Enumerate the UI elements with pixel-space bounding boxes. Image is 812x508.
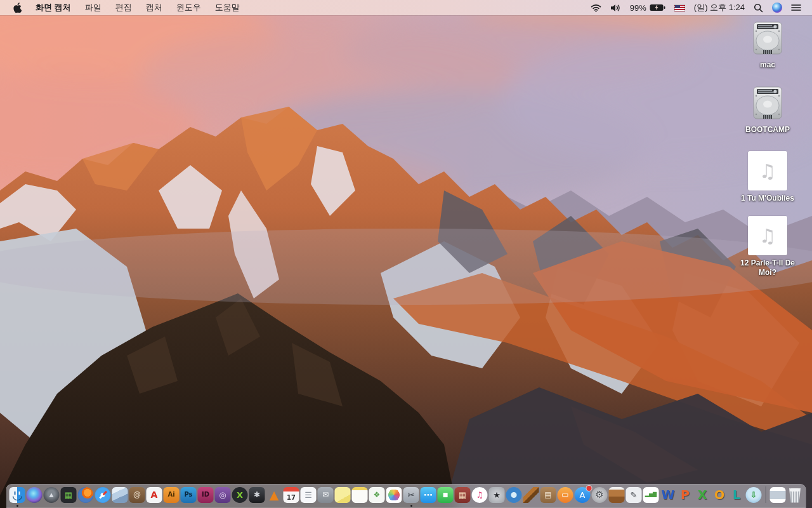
dock-item-imovie[interactable]: ★ — [489, 487, 505, 503]
dock-app-icon: Ps — [181, 487, 197, 503]
menu-window[interactable]: 윈도우 — [169, 0, 208, 15]
dock-app-icon: ❖ — [369, 487, 385, 503]
dock-item-scrapbook-kit-app[interactable]: ▤ — [540, 487, 556, 503]
dock-app-icon: ✉ — [318, 487, 334, 503]
dock-app-icon: ▦ — [61, 487, 77, 503]
dock-app-icon — [78, 487, 94, 503]
dock-item-grab-screen-capture[interactable]: ✂ — [403, 487, 419, 503]
clock-menu[interactable]: (일) 오후 1:24 — [690, 0, 749, 15]
dock-app-icon: Ai — [164, 487, 180, 503]
menu-file[interactable]: 파일 — [78, 0, 108, 15]
dock-item-firefox[interactable] — [78, 487, 94, 503]
desktop-icon-bootcamp[interactable]: BOOTCAMP — [745, 86, 790, 135]
dock-item-photo-booth[interactable]: ▦ — [455, 487, 471, 503]
dock-item-app-store[interactable]: A — [575, 487, 591, 503]
desktop-icon-parle-t-il[interactable]: ♫ 12 Parle-T-Il De Moi? — [732, 216, 803, 277]
dock-item-photoshop[interactable]: Ps — [181, 487, 197, 503]
dock-item-mission-control[interactable]: ▦ — [61, 487, 77, 503]
dock-app-icon: ✂ — [403, 487, 419, 503]
search-icon — [754, 3, 763, 13]
dock-app-icon — [95, 487, 111, 503]
notification-badge — [587, 486, 592, 491]
dock-item-download-manager-app[interactable]: ⇩ — [746, 487, 762, 503]
dock-item-pages[interactable]: ✎ — [626, 487, 642, 503]
dock-app-icon: ✱ — [249, 487, 265, 503]
dock-app-icon: W — [660, 487, 676, 503]
dock-apps: ▲ ▦ @ A Ai Ps ID — [10, 487, 762, 503]
dock-item-garageband[interactable] — [523, 487, 539, 503]
dock-item-itunes[interactable]: ♫ — [472, 487, 488, 503]
dock-item-acrobat[interactable]: A — [147, 487, 162, 503]
dock-item-lync[interactable]: L — [729, 487, 745, 503]
dock-item-keynote[interactable] — [609, 487, 625, 503]
dock-app-icon: @ — [129, 487, 145, 503]
dock-item-excel[interactable]: X — [695, 487, 710, 503]
menu-help[interactable]: 도움말 — [208, 0, 247, 15]
battery-charging-icon — [650, 4, 665, 11]
dock-item-outlook[interactable]: O — [712, 487, 728, 503]
dock-item-finder[interactable] — [10, 487, 25, 503]
dock-item-notes[interactable] — [352, 487, 368, 503]
dock-app-icon: ◎ — [215, 487, 231, 503]
notification-center-menu[interactable] — [787, 0, 806, 15]
dock-item-recent-document[interactable] — [770, 487, 786, 503]
desktop-icon-tu-moublies[interactable]: ♫ 1 Tu M'Oublies — [741, 151, 794, 203]
battery-menu[interactable]: 99% — [625, 0, 670, 15]
dock-item-toast[interactable]: ◎ — [215, 487, 231, 503]
dock-app-icon: P — [678, 487, 693, 503]
desktop-icon-label: mac — [760, 60, 775, 70]
dock-app-icon: ID — [198, 487, 214, 503]
dock-item-reminders[interactable]: ☰ — [301, 487, 317, 503]
dock-item-illustrator[interactable]: Ai — [164, 487, 180, 503]
dock-item-siri[interactable] — [27, 487, 43, 503]
apple-menu[interactable] — [6, 0, 29, 15]
dock-item-launchpad[interactable]: ▲ — [44, 487, 60, 503]
dock-app-icon — [10, 487, 25, 503]
dock-item-disk-utility-app[interactable]: ✱ — [249, 487, 265, 503]
hard-drive-icon — [749, 86, 786, 122]
dock-item-contacts[interactable]: @ — [129, 487, 145, 503]
dock-item-dvd-studio-app[interactable] — [506, 487, 522, 503]
dock-item-powerpoint[interactable]: P — [678, 487, 693, 503]
dock-item-ibooks[interactable]: ▭ — [558, 487, 573, 503]
dock-item-calendar[interactable]: 17 — [284, 487, 299, 503]
desktop-icon-label: BOOTCAMP — [745, 125, 790, 135]
dock-item-vlc[interactable]: ▲ — [266, 487, 282, 503]
dock-item-photos[interactable] — [386, 487, 402, 503]
dock-item-word[interactable]: W — [660, 487, 676, 503]
volume-menu[interactable] — [606, 0, 625, 15]
dock-divider — [766, 486, 766, 503]
dock-item-x-image-app[interactable]: X — [232, 487, 248, 503]
siri-menu[interactable] — [768, 0, 787, 15]
audio-file-icon: ♫ — [748, 151, 787, 190]
dock-app-icon: ⇩ — [746, 487, 762, 503]
dock-app-icon — [112, 487, 128, 503]
dock-app-icon: ▂▅▇ — [643, 487, 659, 503]
dock-item-document-manager-app[interactable]: ❖ — [369, 487, 385, 503]
dock-item-trash[interactable] — [787, 487, 803, 503]
dock-item-facetime[interactable]: ■ — [438, 487, 454, 503]
dock-app-icon — [787, 487, 803, 503]
menu-capture[interactable]: 캡처 — [139, 0, 169, 15]
wifi-menu[interactable] — [586, 0, 606, 15]
spotlight-menu[interactable] — [749, 0, 768, 15]
active-app-menu[interactable]: 화면 캡처 — [29, 0, 78, 15]
list-icon — [791, 4, 801, 11]
desktop-icon-label: 1 Tu M'Oublies — [741, 194, 794, 203]
wifi-icon — [591, 4, 601, 12]
dock-app-icon: 17 — [284, 487, 299, 503]
dock-item-mail-archive-app[interactable]: ✉ — [318, 487, 334, 503]
dock-app-icon: O — [712, 487, 728, 503]
dock-item-system-preferences[interactable]: ⚙ — [592, 487, 608, 503]
desktop-icon-mac[interactable]: mac — [749, 22, 786, 70]
dock-item-stickies[interactable] — [335, 487, 351, 503]
hard-drive-icon — [749, 22, 786, 57]
dock-item-numbers[interactable]: ▂▅▇ — [643, 487, 659, 503]
menu-edit[interactable]: 편집 — [108, 0, 139, 15]
dock-item-indesign[interactable]: ID — [198, 487, 214, 503]
input-source-menu[interactable] — [670, 0, 690, 15]
dock-item-preview[interactable] — [112, 487, 128, 503]
dock-item-messages[interactable]: ⋯ — [421, 487, 436, 503]
dock-item-safari[interactable] — [95, 487, 111, 503]
music-note-icon: ♫ — [759, 225, 776, 247]
